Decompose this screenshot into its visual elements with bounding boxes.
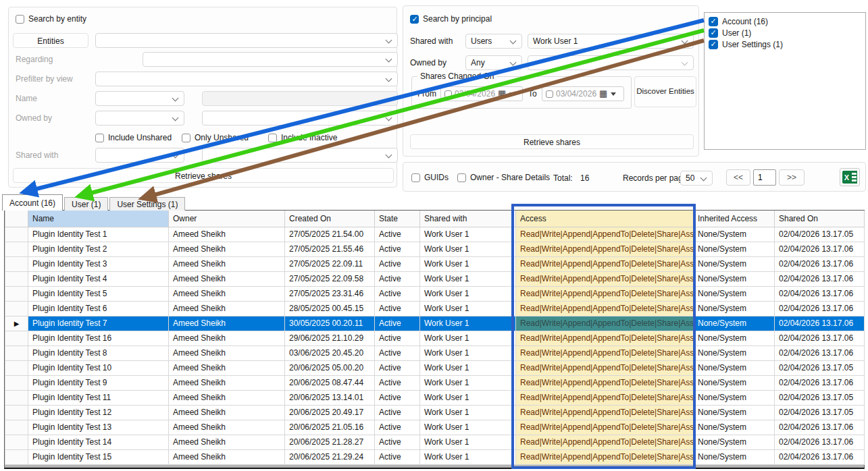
cell-name[interactable]: Plugin Identity Test 3: [28, 256, 169, 271]
listbox-item[interactable]: User Settings (1): [709, 38, 861, 50]
shared-with-value-combobox[interactable]: [202, 148, 398, 163]
cell-shared-on[interactable]: 02/04/2026 13.17.06: [775, 271, 865, 286]
cell-inherited-access[interactable]: None/System: [694, 375, 775, 390]
owned-by-operator-combobox[interactable]: [95, 111, 184, 126]
cell-state[interactable]: Active: [375, 227, 420, 242]
cell-shared-on[interactable]: 02/04/2026 13.17.06: [775, 420, 865, 435]
cell-name[interactable]: Plugin Identity Test 14: [28, 435, 169, 449]
cell-shared-on[interactable]: 02/04/2026 13.17.06: [775, 242, 865, 256]
cell-state[interactable]: Active: [375, 345, 420, 360]
cell-owner[interactable]: Ameed Sheikh: [169, 301, 285, 316]
entities-button[interactable]: Entities: [13, 33, 88, 48]
cell-owner[interactable]: Ameed Sheikh: [169, 375, 285, 390]
row-selector[interactable]: [5, 301, 28, 316]
cell-shared-on[interactable]: 02/04/2026 13.17.06: [775, 301, 865, 316]
cell-created-on[interactable]: 20/06/2025 21.05.16: [285, 420, 375, 435]
cell-shared-with[interactable]: Work User 1: [420, 256, 516, 271]
cell-access[interactable]: Read|Write|Append|AppendTo|Delete|Share|…: [516, 420, 694, 435]
tab-user[interactable]: User (1): [64, 197, 108, 211]
cell-inherited-access[interactable]: None/System: [694, 345, 775, 360]
cell-name[interactable]: Plugin Identity Test 8: [28, 345, 169, 360]
cell-inherited-access[interactable]: None/System: [694, 271, 775, 286]
column-header-state[interactable]: State: [375, 211, 420, 227]
cell-name[interactable]: Plugin Identity Test 9: [28, 375, 169, 390]
cell-access[interactable]: Read|Write|Append|AppendTo|Delete|Share|…: [516, 256, 694, 271]
cell-access[interactable]: Read|Write|Append|AppendTo|Delete|Share|…: [516, 286, 694, 301]
cell-shared-with[interactable]: Work User 1: [420, 375, 516, 390]
cell-created-on[interactable]: 20/06/2025 05.00.20: [285, 360, 375, 375]
table-row[interactable]: Plugin Identity Test 2Ameed Sheikh27/05/…: [5, 242, 865, 256]
row-selector[interactable]: [5, 360, 28, 375]
only-unshared-checkbox[interactable]: Only Unshared: [182, 133, 249, 142]
cell-inherited-access[interactable]: None/System: [694, 420, 775, 435]
current-row-indicator[interactable]: ▶: [5, 316, 28, 331]
cell-shared-on[interactable]: 02/04/2026 13.17.05: [775, 227, 865, 242]
owner-share-details-checkbox[interactable]: Owner - Share Details: [457, 173, 550, 182]
cell-shared-with[interactable]: Work User 1: [420, 435, 516, 449]
table-row[interactable]: ▶Plugin Identity Test 7Ameed Sheikh30/05…: [5, 316, 865, 331]
row-selector[interactable]: [5, 331, 28, 345]
cell-name[interactable]: Plugin Identity Test 16: [28, 331, 169, 345]
cell-owner[interactable]: Ameed Sheikh: [169, 345, 285, 360]
cell-owner[interactable]: Ameed Sheikh: [169, 227, 285, 242]
cell-state[interactable]: Active: [375, 271, 420, 286]
cell-created-on[interactable]: 27/05/2025 22.09.58: [285, 271, 375, 286]
cell-access[interactable]: Read|Write|Append|AppendTo|Delete|Share|…: [516, 435, 694, 449]
cell-shared-with[interactable]: Work User 1: [420, 420, 516, 435]
column-header-name[interactable]: Name: [28, 211, 169, 227]
cell-inherited-access[interactable]: None/System: [694, 405, 775, 420]
cell-owner[interactable]: Ameed Sheikh: [169, 316, 285, 331]
table-row[interactable]: Plugin Identity Test 14Ameed Sheikh20/06…: [5, 435, 865, 449]
row-selector[interactable]: [5, 227, 28, 242]
search-by-principal-checkbox[interactable]: Search by principal: [410, 14, 492, 24]
cell-created-on[interactable]: 29/06/2025 21.10.29: [285, 331, 375, 345]
cell-shared-on[interactable]: 02/04/2026 13.17.06: [775, 331, 865, 345]
row-selector[interactable]: [5, 375, 28, 390]
records-per-page-combobox[interactable]: 50: [680, 171, 713, 186]
cell-name[interactable]: Plugin Identity Test 13: [28, 420, 169, 435]
prev-page-button[interactable]: <<: [726, 169, 750, 186]
cell-access[interactable]: Read|Write|Append|AppendTo|Delete|Share|…: [516, 375, 694, 390]
cell-shared-with[interactable]: Work User 1: [420, 331, 516, 345]
retrieve-shares-principal-button[interactable]: Retrieve shares: [410, 134, 694, 149]
cell-access[interactable]: Read|Write|Append|AppendTo|Delete|Share|…: [516, 449, 694, 464]
cell-owner[interactable]: Ameed Sheikh: [169, 242, 285, 256]
cell-shared-on[interactable]: 02/04/2026 13.17.05: [775, 390, 865, 405]
row-selector[interactable]: [5, 420, 28, 435]
cell-shared-with[interactable]: Work User 1: [420, 271, 516, 286]
cell-access[interactable]: Read|Write|Append|AppendTo|Delete|Share|…: [516, 227, 694, 242]
cell-inherited-access[interactable]: None/System: [694, 227, 775, 242]
cell-created-on[interactable]: 03/06/2025 20.45.20: [285, 345, 375, 360]
principal-type-combobox[interactable]: Users: [465, 34, 522, 49]
cell-shared-with[interactable]: Work User 1: [420, 360, 516, 375]
cell-shared-on[interactable]: 02/04/2026 13.17.06: [775, 256, 865, 271]
cell-owner[interactable]: Ameed Sheikh: [169, 420, 285, 435]
cell-access[interactable]: Read|Write|Append|AppendTo|Delete|Share|…: [516, 345, 694, 360]
cell-shared-with[interactable]: Work User 1: [420, 390, 516, 405]
row-selector[interactable]: [5, 390, 28, 405]
listbox-item[interactable]: Account (16): [709, 16, 861, 27]
cell-inherited-access[interactable]: None/System: [694, 256, 775, 271]
cell-shared-on[interactable]: 02/04/2026 13.17.05: [775, 360, 865, 375]
cell-created-on[interactable]: 27/05/2025 23.31.46: [285, 286, 375, 301]
cell-access[interactable]: Read|Write|Append|AppendTo|Delete|Share|…: [516, 390, 694, 405]
cell-access[interactable]: Read|Write|Append|AppendTo|Delete|Share|…: [516, 316, 694, 331]
entities-combobox[interactable]: [95, 33, 398, 48]
cell-inherited-access[interactable]: None/System: [694, 301, 775, 316]
next-page-button[interactable]: >>: [779, 169, 805, 186]
principal-owned-by-combobox[interactable]: Any: [465, 55, 522, 70]
prefilter-combobox[interactable]: [95, 72, 398, 86]
discover-entities-button[interactable]: Discover Entities: [634, 76, 696, 107]
tab-user-settings[interactable]: User Settings (1): [109, 197, 185, 211]
include-inactive-checkbox[interactable]: Include Inactive: [268, 133, 337, 142]
cell-shared-with[interactable]: Work User 1: [420, 449, 516, 464]
retrieve-shares-entity-button[interactable]: Retrieve shares: [13, 168, 394, 183]
cell-inherited-access[interactable]: None/System: [694, 286, 775, 301]
cell-state[interactable]: Active: [375, 360, 420, 375]
table-row[interactable]: Plugin Identity Test 10Ameed Sheikh20/06…: [5, 360, 865, 375]
column-header-shared-on[interactable]: Shared On: [775, 211, 865, 227]
row-selector[interactable]: [5, 345, 28, 360]
cell-created-on[interactable]: 20/06/2025 13.14.01: [285, 390, 375, 405]
cell-state[interactable]: Active: [375, 405, 420, 420]
cell-state[interactable]: Active: [375, 375, 420, 390]
